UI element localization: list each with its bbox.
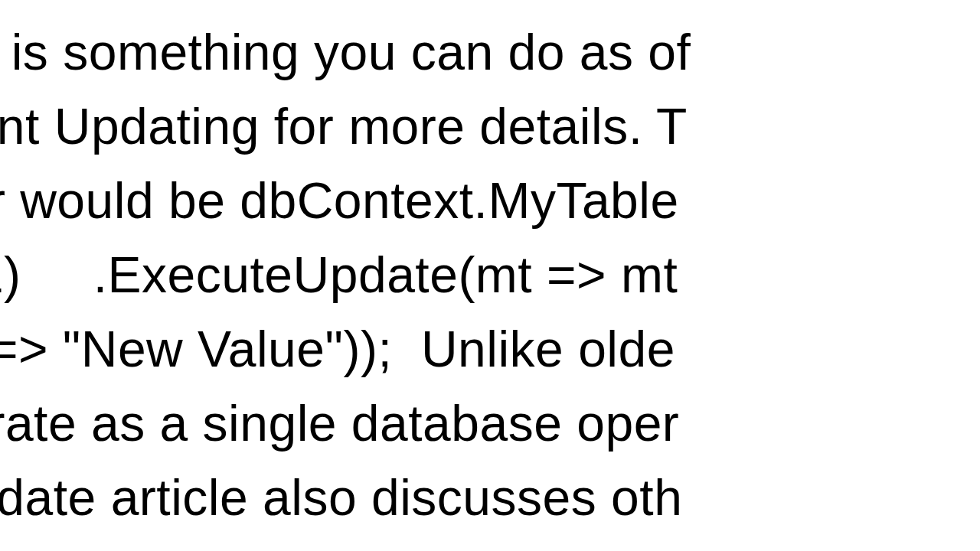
document-body: his is something you can do as of cient … <box>0 15 980 535</box>
